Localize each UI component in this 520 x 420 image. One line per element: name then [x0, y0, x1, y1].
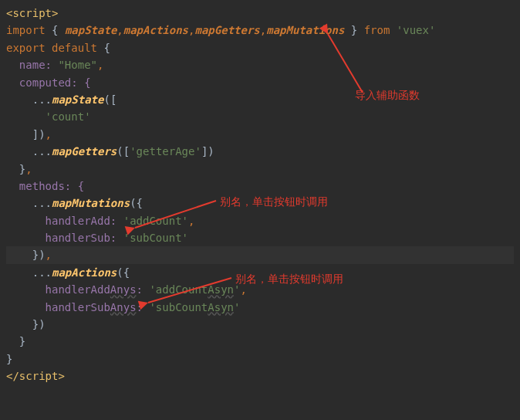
code-line: }),: [6, 246, 514, 263]
code-line: ...mapState([: [6, 91, 514, 108]
code-line: handlerSubAnys: 'subCountAsyn': [6, 299, 514, 316]
code-line: export default {: [6, 39, 514, 56]
code-line: <script>: [6, 5, 514, 22]
code-line: }: [6, 333, 514, 350]
code-line: ...mapGetters(['getterAge']): [6, 143, 514, 160]
annotation-alias-actions: 别名，单击按钮时调用: [235, 270, 343, 287]
code-line: methods: {: [6, 178, 514, 195]
code-line: handlerSub: 'subCount': [6, 229, 514, 246]
code-line: import { mapState,mapActions,mapGetters,…: [6, 22, 514, 39]
code-line: 'count': [6, 108, 514, 125]
code-line: },: [6, 161, 514, 178]
code-line: name: "Home",: [6, 56, 514, 73]
code-line: </script>: [6, 368, 514, 384]
code-line: }): [6, 316, 514, 333]
code-line: computed: {: [6, 74, 514, 91]
annotation-import-helpers: 导入辅助函数: [355, 86, 420, 103]
code-line: }: [6, 351, 514, 368]
code-line: handlerAdd: 'addCount',: [6, 212, 514, 229]
annotation-alias-mutations: 别名，单击按钮时调用: [220, 193, 328, 210]
code-line: ]),: [6, 126, 514, 143]
